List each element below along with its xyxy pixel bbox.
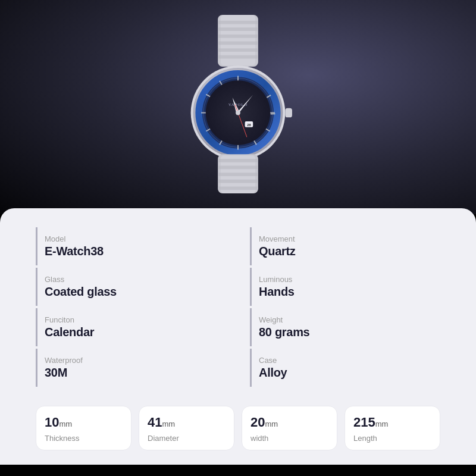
svg-rect-38 bbox=[218, 166, 258, 170]
dimension-diameter-value: 41mm bbox=[148, 416, 175, 429]
svg-rect-6 bbox=[218, 48, 258, 52]
svg-rect-7 bbox=[218, 55, 258, 59]
spec-luminous-label: Luminous bbox=[259, 275, 295, 284]
spec-waterproof: Waterproof 30M bbox=[36, 349, 226, 387]
spec-model: Model E-Watch38 bbox=[36, 227, 226, 265]
watch-image: YAPOLO 28 bbox=[173, 15, 303, 193]
dimension-thickness: 10mm Thickness bbox=[36, 406, 131, 450]
spec-movement-label: Movement bbox=[259, 234, 296, 243]
dimension-thickness-label: Thickness bbox=[45, 434, 80, 443]
dimension-length: 215mm Length bbox=[345, 406, 440, 450]
svg-text:28: 28 bbox=[247, 123, 251, 127]
spec-case: Case Alloy bbox=[250, 349, 440, 387]
dimension-width-label: width bbox=[250, 434, 268, 443]
spec-luminous: Luminous Hands bbox=[250, 268, 440, 306]
spec-waterproof-label: Waterproof bbox=[45, 356, 83, 365]
spec-movement-value: Quartz bbox=[259, 245, 296, 258]
spec-weight-value: 80 grams bbox=[259, 325, 309, 339]
spec-weight-label: Weight bbox=[259, 315, 309, 324]
spec-function-value: Calendar bbox=[45, 325, 94, 339]
spec-luminous-value: Hands bbox=[259, 285, 295, 299]
specs-left-column: Model E-Watch38 Glass Coated glass Funci… bbox=[36, 227, 226, 389]
spec-weight: Weight 80 grams bbox=[250, 308, 440, 346]
svg-rect-40 bbox=[218, 180, 258, 183]
spec-case-value: Alloy bbox=[259, 366, 287, 380]
spec-model-label: Model bbox=[45, 234, 104, 243]
dimension-length-value: 215mm bbox=[353, 416, 388, 429]
svg-rect-39 bbox=[218, 173, 258, 176]
spec-glass-value: Coated glass bbox=[45, 285, 117, 299]
dimension-diameter: 41mm Diameter bbox=[139, 406, 234, 450]
svg-rect-3 bbox=[218, 27, 258, 31]
svg-rect-4 bbox=[218, 35, 258, 38]
dimension-thickness-value: 10mm bbox=[45, 416, 72, 429]
dimension-width-value: 20mm bbox=[250, 416, 278, 429]
dimension-diameter-label: Diameter bbox=[148, 434, 179, 443]
spec-function: Funciton Calendar bbox=[36, 308, 226, 346]
spec-case-label: Case bbox=[259, 356, 287, 365]
dimension-length-label: Length bbox=[353, 434, 377, 443]
svg-rect-5 bbox=[218, 42, 258, 45]
svg-rect-2 bbox=[218, 21, 258, 24]
svg-point-31 bbox=[236, 111, 240, 115]
specs-grid: Model E-Watch38 Glass Coated glass Funci… bbox=[36, 227, 440, 389]
svg-rect-41 bbox=[218, 186, 258, 190]
dimension-width: 20mm width bbox=[242, 406, 337, 450]
svg-rect-34 bbox=[285, 108, 292, 117]
spec-glass: Glass Coated glass bbox=[36, 268, 226, 306]
dimensions-grid: 10mm Thickness 41mm Diameter 20mm width … bbox=[36, 406, 440, 450]
spec-model-value: E-Watch38 bbox=[45, 245, 104, 258]
spec-movement: Movement Quartz bbox=[250, 227, 440, 265]
spec-waterproof-value: 30M bbox=[45, 366, 83, 380]
info-section: Model E-Watch38 Glass Coated glass Funci… bbox=[0, 208, 476, 465]
spec-function-label: Funciton bbox=[45, 315, 94, 324]
specs-right-column: Movement Quartz Luminous Hands Weight 80… bbox=[250, 227, 440, 389]
svg-rect-37 bbox=[218, 159, 258, 162]
spec-glass-label: Glass bbox=[45, 275, 117, 284]
watch-image-section: YAPOLO 28 bbox=[0, 0, 476, 214]
